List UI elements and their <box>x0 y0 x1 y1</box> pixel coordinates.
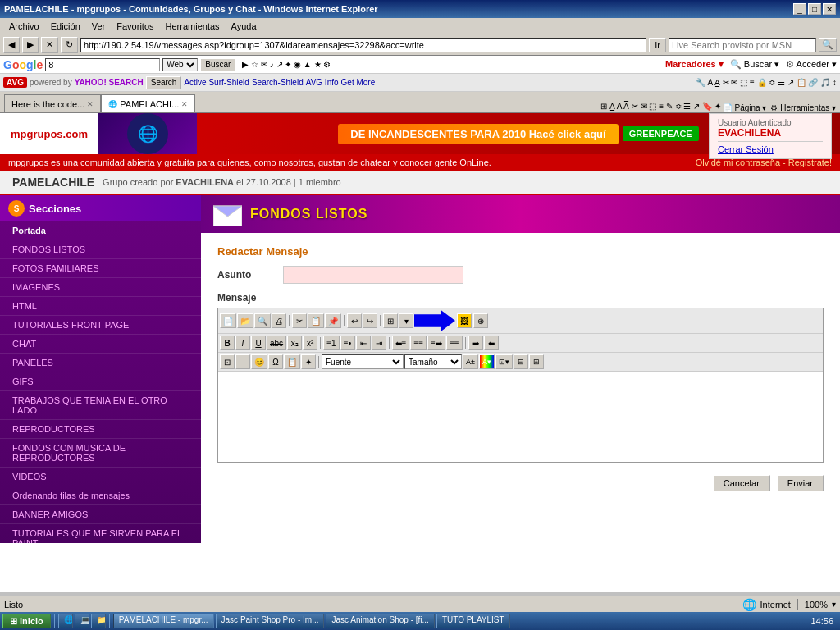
sidebar-item-html[interactable]: HTML <box>0 297 201 316</box>
sidebar-item-reproductores[interactable]: REPRODUCTORES <box>0 420 201 439</box>
editor-btn-indent-dec[interactable]: ⇤ <box>356 336 371 350</box>
editor-btn-special-char[interactable]: Ω <box>268 354 283 369</box>
asunto-input[interactable] <box>283 266 463 284</box>
editor-btn-copy[interactable]: 📋 <box>308 313 324 328</box>
taskbar-item-pamelachile[interactable]: PAMELACHILE - mpgr... <box>113 614 214 628</box>
sidebar-item-videos[interactable]: VIDEOS <box>0 468 201 486</box>
sidebar-item-chat[interactable]: CHAT <box>0 335 201 354</box>
search-shield[interactable]: Search-Shield <box>252 78 304 87</box>
close-button[interactable]: ✕ <box>823 3 836 15</box>
start-button[interactable]: ⊞ Inicio <box>2 614 51 628</box>
editor-btn-table[interactable]: ⊞ <box>383 313 398 328</box>
sidebar-item-tutoriales-paint[interactable]: TUTORIALES QUE ME SIRVEN PARA EL PAINT <box>0 524 201 543</box>
menu-ayuda[interactable]: Ayuda <box>226 21 262 32</box>
send-button[interactable]: Enviar <box>777 475 824 491</box>
editor-btn-list-ul[interactable]: ≡• <box>340 336 355 350</box>
editor-btn-border[interactable]: ⊡ <box>220 354 235 369</box>
editor-btn-more1[interactable]: ⊟ <box>514 354 528 369</box>
editor-btn-align-right[interactable]: ≡➡ <box>427 336 445 350</box>
maximize-button[interactable]: □ <box>808 3 821 15</box>
editor-btn-paste[interactable]: 📌 <box>325 313 341 328</box>
live-search-input[interactable] <box>669 38 816 52</box>
live-search-button[interactable]: 🔍 <box>819 38 837 52</box>
address-input[interactable] <box>80 38 646 52</box>
editor-btn-subscript[interactable]: x₂ <box>287 336 302 350</box>
editor-btn-search[interactable]: 🔍 <box>254 313 271 328</box>
editor-btn-style[interactable]: ✦ <box>301 354 316 369</box>
menu-ver[interactable]: Ver <box>87 21 111 32</box>
editor-btn-align-left[interactable]: ⬅≡ <box>392 336 410 350</box>
forward-button[interactable]: ▶ <box>22 37 39 53</box>
sidebar-item-fondos-musica[interactable]: FONDOS CON MUSICA DE REPRODUCTORES <box>0 439 201 468</box>
acceder-btn[interactable]: ⚙ Acceder ▾ <box>786 59 837 70</box>
get-more-btn[interactable]: Get More <box>341 78 376 87</box>
menu-edicion[interactable]: Edición <box>46 21 85 32</box>
tab-here-code[interactable]: Here is the code... ✕ <box>4 94 101 112</box>
sidebar-item-fotos-familiares[interactable]: FOTOS FAMILIARES <box>0 259 201 278</box>
cancel-button[interactable]: Cancelar <box>713 475 770 491</box>
editor-content-area[interactable] <box>218 372 823 462</box>
zoom-dropdown-icon[interactable]: ▾ <box>832 600 836 609</box>
sidebar-item-fondos-listos[interactable]: FONDOS LISTOS <box>0 240 201 259</box>
minimize-button[interactable]: _ <box>793 3 806 15</box>
editor-btn-rtl[interactable]: ⬅ <box>484 336 499 350</box>
google-search-button[interactable]: Buscar <box>200 58 235 71</box>
menu-herramientas[interactable]: Herramientas <box>161 21 225 32</box>
editor-btn-fontsize-custom[interactable]: A± <box>463 354 478 369</box>
sidebar-item-ordenando[interactable]: Ordenando filas de mensajes <box>0 486 201 505</box>
editor-btn-cut[interactable]: ✂ <box>292 313 307 328</box>
google-search-select[interactable]: Web <box>162 58 198 71</box>
tab-close-icon[interactable]: ✕ <box>87 100 94 108</box>
sidebar-item-banner[interactable]: BANNER AMIGOS <box>0 505 201 524</box>
font-size-select[interactable]: Tamaño <box>404 354 462 369</box>
menu-archivo[interactable]: Archivo <box>4 21 44 32</box>
sidebar-item-paneles[interactable]: PANELES <box>0 354 201 372</box>
tab-active-close-icon[interactable]: ✕ <box>181 100 188 108</box>
tab-toolbar-extras[interactable]: ⊞ A̲ A A̅ ✂ ✉ ⬚ ≡ ✎ ≎ ☰ ↗ 🔖 ✦ <box>599 100 722 112</box>
taskbar-item-playlist[interactable]: TUTO PLAYLIST <box>436 614 510 628</box>
menu-favoritos[interactable]: Favoritos <box>112 21 158 32</box>
taskbar-item-folder[interactable]: 📁 <box>91 614 106 628</box>
editor-btn-template[interactable]: 📋 <box>284 354 300 369</box>
editor-btn-image[interactable]: 🖼 <box>457 313 472 328</box>
editor-btn-ltr[interactable]: ➡ <box>468 336 483 350</box>
active-surf-shield[interactable]: Active Surf-Shield <box>184 78 249 87</box>
sidebar-item-imagenes[interactable]: IMAGENES <box>0 278 201 297</box>
taskbar-item-ie-icon[interactable]: 🌐 <box>58 614 73 628</box>
editor-btn-bg-color[interactable]: ⊡▾ <box>495 354 513 369</box>
sidebar-item-tutoriales-fp[interactable]: TUTORIALES FRONT PAGE <box>0 316 201 335</box>
taskbar-item-animation[interactable]: Jasc Animation Shop - [fi... <box>326 614 434 628</box>
sidebar-item-gifs[interactable]: GIFS <box>0 372 201 391</box>
editor-btn-underline[interactable]: U <box>251 336 266 350</box>
herramientas-menu[interactable]: ⚙ Herramientas ▾ <box>770 103 836 112</box>
buscar-menu[interactable]: 🔍 Buscar ▾ <box>730 59 779 70</box>
sidebar-item-trabajos[interactable]: TRABAJOS QUE TENIA EN EL OTRO LADO <box>0 391 201 420</box>
back-button[interactable]: ◀ <box>3 37 20 53</box>
editor-btn-extra[interactable]: ⊕ <box>473 313 488 328</box>
editor-btn-bold[interactable]: B <box>220 336 235 350</box>
sidebar-item-portada[interactable]: Portada <box>0 221 201 240</box>
editor-btn-superscript[interactable]: x² <box>303 336 317 350</box>
editor-btn-print[interactable]: 🖨 <box>272 313 286 328</box>
editor-btn-open[interactable]: 📂 <box>237 313 253 328</box>
taskbar-item-my-computer[interactable]: 💻 <box>75 614 89 628</box>
editor-btn-strikethrough[interactable]: abc <box>267 336 286 350</box>
editor-btn-italic[interactable]: I <box>235 336 250 350</box>
marcadores-menu[interactable]: Marcadores ▾ <box>665 59 724 70</box>
logout-link[interactable]: Cerrar Sesión <box>718 144 774 154</box>
tab-pamelachile[interactable]: 🌐 PAMELACHI... ✕ <box>101 94 195 112</box>
editor-btn-align-center[interactable]: ≡≡ <box>410 336 427 350</box>
editor-btn-dropdown1[interactable]: ▾ <box>399 313 413 328</box>
editor-btn-color[interactable]: A▾ <box>479 354 495 369</box>
avg-search-button[interactable]: Search <box>146 76 182 89</box>
avg-info-menu[interactable]: AVG Info <box>306 78 339 87</box>
editor-btn-undo[interactable]: ↩ <box>347 313 362 328</box>
taskbar-item-paintshop[interactable]: Jasc Paint Shop Pro - Im... <box>216 614 325 628</box>
editor-btn-line[interactable]: — <box>235 354 250 369</box>
google-search-input[interactable] <box>45 58 160 71</box>
editor-btn-align-justify[interactable]: ≡≡ <box>446 336 463 350</box>
font-family-select[interactable]: Fuente <box>322 354 404 369</box>
stop-button[interactable]: ✕ <box>41 37 58 53</box>
go-button[interactable]: Ir <box>649 38 666 52</box>
editor-btn-more2[interactable]: ⊞ <box>529 354 544 369</box>
